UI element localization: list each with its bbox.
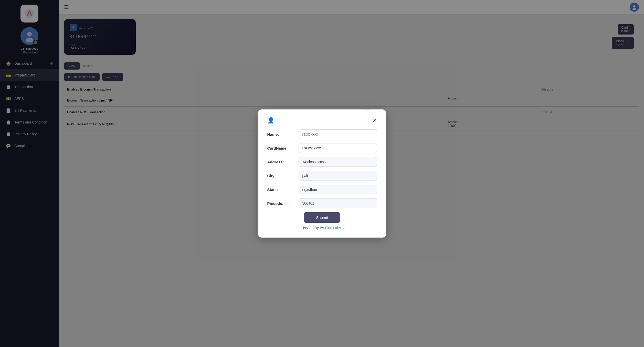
city-field-row: City: (267, 171, 377, 181)
cardname-field-row: CardName: (267, 143, 377, 153)
modal-submit-row: Submit Issued By By Pine Labs (267, 212, 377, 230)
city-input[interactable] (299, 171, 377, 181)
name-label: Name: (267, 132, 295, 137)
name-field-row: Name: (267, 129, 377, 139)
state-label: State: (267, 187, 295, 192)
address-label: Address: (267, 160, 295, 164)
address-field-row: Address: (267, 157, 377, 167)
pincode-label: Pincode: (267, 201, 295, 206)
address-input[interactable] (299, 157, 377, 167)
modal-submit-button[interactable]: Submit (304, 212, 340, 223)
cardname-label: CardName: (267, 146, 295, 150)
city-label: City: (267, 174, 295, 178)
state-input[interactable] (299, 185, 377, 194)
modal-pine-labs-link[interactable]: Pine Labs (325, 226, 341, 230)
modal-dialog: 👤 ✕ Name: CardName: Address: City: State (258, 109, 386, 238)
modal-header: 👤 ✕ (267, 117, 377, 124)
modal-user-icon: 👤 (267, 117, 274, 124)
state-field-row: State: (267, 185, 377, 194)
modal-issued-by: Issued By By Pine Labs (303, 226, 341, 230)
modal-close-button[interactable]: ✕ (372, 118, 377, 123)
modal-overlay: 👤 ✕ Name: CardName: Address: City: State (59, 0, 644, 347)
pincode-field-row: Pincode: (267, 198, 377, 208)
main-area: ☰ A aeronpay 817546***** NAME RAJxx xxxx (59, 0, 644, 347)
name-input[interactable] (299, 129, 377, 139)
cardname-input[interactable] (299, 143, 377, 153)
pincode-input[interactable] (299, 198, 377, 208)
